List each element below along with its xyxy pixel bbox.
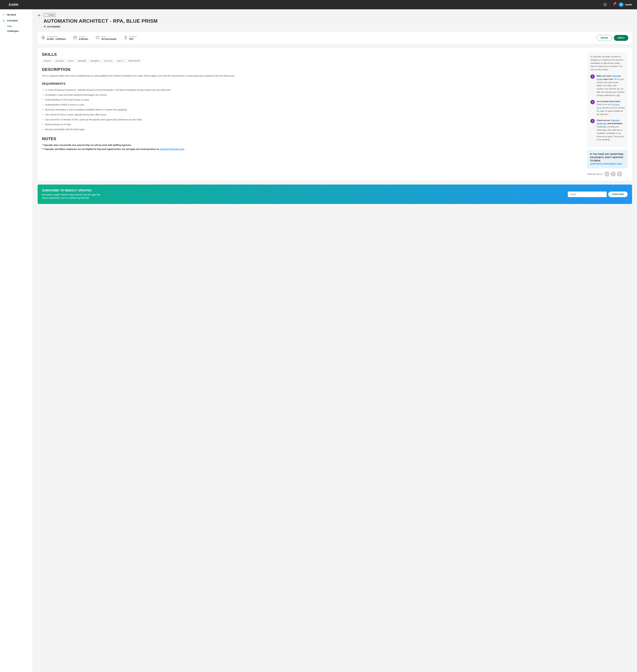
skill-tag: SpringBoot: [89, 59, 101, 63]
category-tag: Coding: [43, 13, 56, 17]
chevron-up-icon: [28, 19, 30, 22]
stat-value: $1,650 - 2,050/wee: [47, 38, 66, 40]
page-title: AUTOMATION ARCHITECT - RPA, BLUE PRISM: [43, 18, 158, 24]
description-text: This is a general intake form to be cons…: [42, 74, 582, 78]
code-icon: [45, 14, 47, 16]
refer-button[interactable]: REFER: [597, 35, 612, 41]
skills-heading: SKILLS: [42, 52, 582, 57]
stat-compensation: Compensation $1,650 - 2,050/wee: [41, 36, 66, 40]
requirement-item: Must be based out of India: [42, 122, 582, 127]
requirement-item: Must be comfortable with the Rate range: [42, 127, 582, 132]
status-bar: Compensation $1,650 - 2,050/wee Duration…: [38, 32, 632, 44]
skill-tag: Oracle: [66, 59, 75, 63]
dollar-icon: [41, 36, 45, 40]
stat-label: Timezone: [129, 36, 137, 37]
sidebar-label: Find Work: [7, 19, 18, 22]
subscribe-desc: Not ready to apply? Want to stay tuned f…: [42, 193, 101, 200]
stat-value: EST: [129, 38, 137, 40]
stat-label: Compensation: [47, 36, 66, 37]
user-menu[interactable]: HA handle: [619, 2, 632, 7]
apply-button[interactable]: APPLY: [614, 35, 628, 41]
stat-timezone: Timezone EST: [124, 36, 137, 40]
sidebar-sub-challenges[interactable]: Challenges: [7, 29, 33, 34]
questions-box: IF YOU HAVE ANY QUESTIONS OR DOUBTS, DON…: [587, 150, 628, 168]
notes-heading: NOTES: [42, 136, 582, 141]
sidebar-item-my-work[interactable]: My Work: [0, 12, 33, 18]
tip-item-1: 1 Make sure your Topcoder profile says i…: [590, 74, 624, 97]
requirement-item: Can commit 40 hours a week, typically du…: [42, 112, 582, 117]
header-divider: [609, 3, 610, 6]
share-label: Share this job on:: [587, 173, 603, 175]
requirement-item: Can committ to 2-6 Months of time, varie…: [42, 117, 582, 122]
skill-tag: ReactJS: [42, 59, 52, 63]
facebook-icon[interactable]: [611, 171, 616, 176]
support-email-link[interactable]: support@topcoder.com: [160, 148, 184, 150]
tip-number: 1: [590, 74, 595, 79]
notifications-button[interactable]: 3: [613, 3, 616, 6]
notes-line-1: * Topcoder does not provide visa sponsor…: [42, 143, 582, 147]
svg-rect-14: [125, 39, 126, 39]
requirement-item: 3+ Years of React.js Experience. Typical…: [42, 88, 582, 93]
user-handle: handle: [625, 3, 632, 6]
skill-tag: Javascript: [53, 59, 65, 63]
skill-tag: Core Java: [102, 59, 114, 63]
skill-tag: Java 1.8: [115, 59, 125, 63]
avatar: HA: [619, 2, 623, 7]
chevron-down-icon: [28, 14, 30, 16]
tip-number: 3: [590, 119, 595, 123]
svg-rect-7: [74, 37, 76, 39]
app-title: EARN: [9, 3, 18, 6]
subscribe-title: SUBSCRIBE TO WEEKLY UPDATES: [42, 189, 564, 192]
requirement-item: Knowledge in Java and other backend tech…: [42, 93, 582, 97]
svg-line-2: [4, 21, 5, 22]
notes-line-2: ** Topcoder and Wipro employees are not …: [42, 147, 582, 151]
app-header: EARN 3 HA handle: [0, 0, 637, 9]
skill-tag: MangoDB: [76, 59, 88, 63]
requirements-heading: REQUIREMENTS: [42, 82, 582, 86]
support-email[interactable]: SUPPORT@TOPCODER.COM: [590, 163, 622, 165]
tip-number: 2: [590, 100, 595, 104]
location-text: ANYWHERE: [47, 25, 60, 28]
description-heading: DESCRIPTION: [42, 67, 582, 72]
tips-intro: At Topcoder, we pride ourselves in bring…: [590, 55, 624, 71]
sidebar: My Work $ Find Work Gigs Challenges: [0, 9, 33, 672]
search-dollar-icon: $: [2, 19, 5, 22]
subscribe-email-input[interactable]: [568, 191, 607, 197]
stat-value: 2 Months: [79, 38, 88, 40]
requirement-item: Must have immediate or near immediate av…: [42, 107, 582, 112]
calendar-icon: [73, 36, 77, 40]
stat-label: Duration: [79, 36, 88, 37]
tip-text: Make sure your Topcoder profile says it …: [597, 74, 624, 97]
subscribe-box: SUBSCRIBE TO WEEKLY UPDATES Not ready to…: [38, 185, 632, 204]
tip-item-3: 3 Check out our Topcoder challenges and …: [590, 119, 624, 142]
apps-grid-icon[interactable]: [604, 3, 606, 6]
globe-icon: [43, 25, 46, 28]
linkedin-icon[interactable]: [604, 171, 609, 176]
stat-label: Hours: [101, 36, 116, 37]
sidebar-item-find-work[interactable]: $ Find Work: [0, 18, 33, 24]
notification-badge: 3: [614, 2, 617, 4]
subscribe-button[interactable]: SUBSCRIBE: [608, 191, 628, 197]
share-row: Share this job on:: [587, 171, 628, 176]
category-label: Coding: [48, 14, 54, 16]
back-button[interactable]: [38, 13, 41, 28]
sidebar-sub-gigs[interactable]: Gigs: [7, 24, 33, 29]
stat-duration: Duration 2 Months: [73, 36, 88, 40]
tip-text: Check out our Topcoder challenges and pa…: [597, 119, 624, 142]
requirement-item: Understanding of CI/CD and Devops is a p…: [42, 97, 582, 102]
svg-point-12: [125, 37, 127, 39]
skills-tags: ReactJS Javascript Oracle MangoDB Spring…: [42, 59, 582, 63]
location: ANYWHERE: [43, 25, 158, 28]
skill-tag: Hibernate/JPA: [127, 59, 142, 63]
tip-text: Let us know you're here! Check in on our…: [597, 100, 624, 116]
twitter-icon[interactable]: [617, 171, 622, 176]
tips-box: At Topcoder, we pride ourselves in bring…: [587, 52, 628, 147]
stat-value: 40 hours/week: [101, 38, 116, 40]
stat-hours: Hours 40 hours/week: [96, 36, 116, 40]
svg-rect-0: [3, 14, 5, 16]
svg-rect-13: [125, 36, 126, 37]
watch-icon: [124, 36, 128, 40]
sidebar-label: My Work: [7, 14, 16, 16]
requirement-item: Understanding of AWS or Azure is a plus: [42, 102, 582, 107]
clock-icon: [96, 36, 99, 40]
